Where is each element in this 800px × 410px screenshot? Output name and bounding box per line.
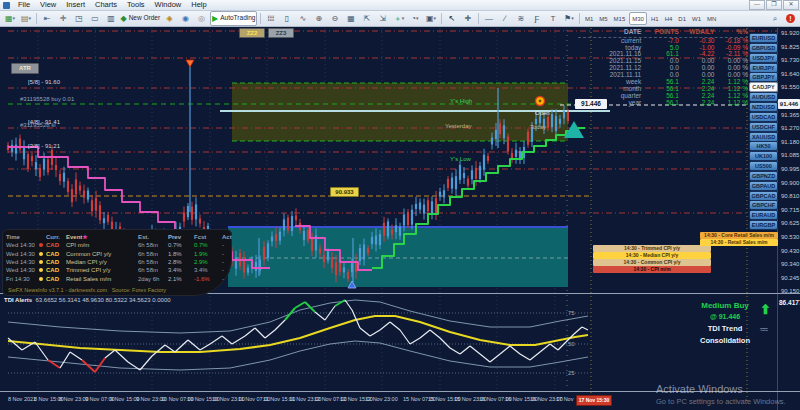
symbol-button-usdcad[interactable]: USDCAD <box>749 112 778 122</box>
symbol-button-eurjpy[interactable]: EURJPY <box>749 63 778 73</box>
symbol-button-nzdusd[interactable]: NZDUSD <box>749 102 778 112</box>
crosshair-icon[interactable]: ✛ <box>460 12 475 25</box>
text-tool-icon[interactable]: T <box>545 12 560 25</box>
close-button[interactable]: ✕ <box>783 0 799 10</box>
symbol-button-audusd[interactable]: AUDUSD <box>749 92 778 102</box>
templates-icon[interactable]: ▣▾ <box>423 12 438 25</box>
menu-charts[interactable]: Charts <box>90 1 122 9</box>
news-alert-label: 14:30 - CPI m/m <box>593 266 711 273</box>
news-row: Wed 14:30CADTrimmed CPI y/y6h 58m3.4%3.4… <box>2 266 232 274</box>
new-chart-icon[interactable]: ▦▾ <box>3 12 18 25</box>
bar-chart-icon[interactable]: 𝍖 <box>263 12 278 25</box>
news-alert-label: 14:30 - Retail Sales m/m <box>700 239 778 246</box>
periods-icon[interactable]: ◔▾ <box>407 12 422 25</box>
search-icon[interactable]: ⌕ <box>768 12 783 25</box>
hline-tool-icon[interactable]: — <box>481 12 496 25</box>
tdi-signal-text: Medium Buy <box>694 302 756 310</box>
menu-file[interactable]: File <box>13 1 35 9</box>
timeframe-h4[interactable]: H4 <box>662 13 675 24</box>
open-price-tag: 90.933 <box>330 187 359 197</box>
tdi-trend-icon: ≈≈ <box>760 326 767 334</box>
trendline-tool-icon[interactable]: ∕ <box>497 12 512 25</box>
menu-tools[interactable]: Tools <box>122 1 150 9</box>
symbol-button-gbpjpy[interactable]: GBPJPY <box>749 72 778 82</box>
chart-annotation: Today <box>530 124 546 130</box>
currency-bullet-icon <box>39 260 43 264</box>
symbol-button-usdjpy[interactable]: USDJPY <box>749 53 778 63</box>
arrange-icon: ⇱ <box>364 15 371 23</box>
caret-icon: ▾ <box>402 16 405 21</box>
menu-view[interactable]: View <box>35 1 61 9</box>
line-chart-icon[interactable]: ∿ <box>295 12 310 25</box>
channel-tool-icon[interactable]: ≋ <box>513 12 528 25</box>
frame-icon[interactable]: ▭ <box>88 12 103 25</box>
symbol-button-xauusd[interactable]: XAUUSD <box>749 132 778 142</box>
expert-icon[interactable]: ◈ <box>162 12 177 25</box>
symbol-button-euraud[interactable]: EURAUD <box>749 210 778 220</box>
news-row: Wed 14:30CADCommon CPI y/y6h 58m1.8%1.9%… <box>2 250 232 258</box>
shapes-tool-icon[interactable]: ⚑▾ <box>561 12 576 25</box>
market-watch-icon: ▥ <box>107 15 115 23</box>
stats-row: 2021.11.110.00.000.00 % <box>578 72 748 79</box>
chart-shift-icon[interactable]: ✛ <box>56 12 71 25</box>
symbol-button-gbpcad[interactable]: GBPCAD <box>749 191 778 201</box>
tile-windows-icon[interactable]: ▦ <box>343 12 358 25</box>
menu-insert[interactable]: Insert <box>61 1 90 9</box>
timeframe-h1[interactable]: H1 <box>648 13 661 24</box>
minimize-button[interactable]: — <box>749 0 765 10</box>
symbol-button-us500[interactable]: US500 <box>749 161 778 171</box>
symbol-button-gbpnzd[interactable]: GBPNZD <box>749 171 778 181</box>
cursor-icon[interactable]: ↖ <box>444 12 459 25</box>
restore-button[interactable]: ❐ <box>766 0 782 10</box>
zoom-out-icon[interactable]: ⊖ <box>327 12 342 25</box>
crosshair-icon: ✛ <box>465 15 472 23</box>
web-icon[interactable]: ◎ <box>194 12 209 25</box>
symbol-button-gbpusd[interactable]: GBPUSD <box>749 43 778 53</box>
menu-window[interactable]: Window <box>150 1 187 9</box>
timeframe-mn[interactable]: MN <box>704 13 718 24</box>
new-order-button[interactable]: ◆New Order <box>120 12 162 25</box>
stats-row: week56.12.241.12 % <box>578 79 748 86</box>
menu-help[interactable]: Help <box>186 1 211 9</box>
market-watch-icon[interactable]: ▥ <box>104 12 119 25</box>
symbol-button-gbpaud[interactable]: GBPAUD <box>749 181 778 191</box>
scroll-chart-icon[interactable]: ⇤ <box>40 12 55 25</box>
bookmark-icon[interactable]: ◳ <box>72 12 87 25</box>
cascade-icon[interactable]: ⇲ <box>375 12 390 25</box>
fibo-tool-icon[interactable]: Ƒ <box>529 12 544 25</box>
candle-chart-icon[interactable]: ▯ <box>279 12 294 25</box>
timeframe-m15[interactable]: M15 <box>611 13 628 24</box>
currency-bullet-icon <box>39 268 43 272</box>
timeframe-w1[interactable]: W1 <box>689 13 703 24</box>
zoom-in-icon[interactable]: ⊕ <box>311 12 326 25</box>
symbol-button-eurusd[interactable]: EURUSD <box>749 33 778 43</box>
account-icon[interactable]: ◉ <box>178 12 193 25</box>
indicators-icon[interactable]: ＋▾ <box>391 12 406 25</box>
atr-button[interactable]: ATR <box>11 63 39 74</box>
timeframe-m5[interactable]: M5 <box>597 13 610 24</box>
trade-order-label: #31195528 buy 0.01 <box>20 96 74 102</box>
symbol-button-gbpchf[interactable]: GBPCHF <box>749 200 778 210</box>
symbol-button-uk100[interactable]: UK100 <box>749 151 778 161</box>
time-axis-label: 12 Nov 23:00 <box>365 397 398 403</box>
news-alert-label: 14:30 - Core Retail Sales m/m <box>700 232 778 239</box>
price-scale-tick: 90.245 <box>781 275 799 281</box>
news-row: Fri 14:30CADRetail Sales m/m2day 6h2.1%-… <box>2 274 232 282</box>
line-chart-icon: ∿ <box>300 15 307 23</box>
arrange-icon[interactable]: ⇱ <box>359 12 374 25</box>
timeframe-m1[interactable]: M1 <box>582 13 595 24</box>
symbol-button-eurgbp[interactable]: EURGBP <box>749 220 778 230</box>
timeframe-m30[interactable]: M30 <box>629 12 648 25</box>
timeframe-d1[interactable]: D1 <box>676 13 689 24</box>
candle-chart-icon: ▯ <box>285 15 289 23</box>
autotrading-button[interactable]: ▶AutoTrading <box>210 11 257 26</box>
profiles-icon[interactable]: ▤▾ <box>19 12 34 25</box>
chart-button-zz2[interactable]: ZZ2 <box>239 28 265 38</box>
symbol-button-cadjpy[interactable]: CADJPY <box>749 82 778 92</box>
symbol-button-usdchf[interactable]: USDCHF <box>749 122 778 132</box>
price-scale-tick: 91.825 <box>781 44 799 50</box>
symbol-button-hk50[interactable]: HK50 <box>749 141 778 151</box>
alert-badge[interactable]: ! <box>786 14 795 23</box>
daily-stats-table: DATE POINTS WDAILY %% current-7.0-0.30-0… <box>578 29 748 106</box>
chart-button-zz3[interactable]: ZZ3 <box>268 28 294 38</box>
